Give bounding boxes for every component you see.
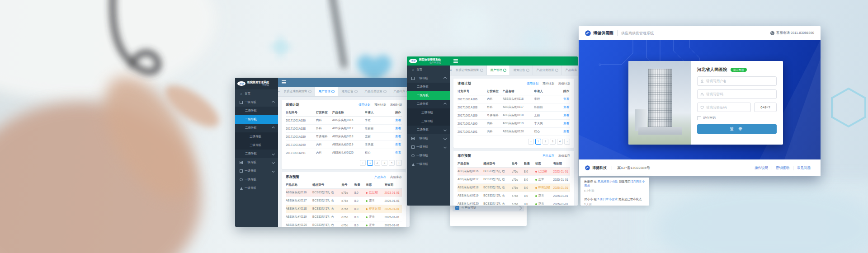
sidebar-item-nav1[interactable]: 一级导航 — [235, 98, 278, 107]
sidebar-item-nav1[interactable]: 一级导航 — [407, 160, 450, 169]
link-highvalue-stock[interactable]: 高值库存 — [390, 175, 402, 179]
page-1[interactable]: 1 — [535, 139, 541, 145]
tab-product-outbound[interactable]: 产品出库 — [562, 66, 578, 75]
tab-notices[interactable]: 通知公告 — [510, 66, 533, 75]
sidebar-item-nav2[interactable]: 二级导航 — [235, 124, 278, 132]
view-link[interactable]: 查看 — [559, 105, 570, 109]
view-link[interactable]: 查看 — [559, 122, 570, 126]
sidebar-item-nav2-active[interactable]: 二级导航 — [235, 115, 278, 124]
activity-link[interactable]: 凤凰精英小分队 — [598, 180, 618, 183]
table-row: ABS床头柜0116BCS33型 5孔 右o76o8.0已过期2023-01-0… — [458, 168, 570, 176]
sidebar-item-home[interactable]: ⌂首页 — [235, 89, 278, 98]
expand-icon[interactable] — [518, 206, 522, 210]
view-link[interactable]: 查看 — [390, 118, 402, 122]
status-dot — [535, 203, 537, 205]
remember-checkbox[interactable] — [697, 116, 701, 120]
link-product-stock[interactable]: 产品库存 — [374, 175, 386, 179]
link-highvalue-plan[interactable]: 高值计划 — [558, 82, 570, 86]
sidebar-item-nav3[interactable]: 三级导航 — [235, 132, 278, 141]
view-link[interactable]: 查看 — [390, 143, 402, 147]
page-2[interactable]: 2 — [374, 160, 380, 166]
username-input[interactable]: 请填写用户名 — [697, 76, 777, 86]
app-edition: 临床科室端 — [419, 61, 441, 64]
tab-close-icon[interactable] — [331, 90, 335, 93]
tab-user-management[interactable]: 用户管理 — [315, 87, 338, 96]
link-key-driver[interactable]: 密钥驱动 — [772, 166, 793, 170]
activity-link[interactable]: 5 月日常小需求 — [598, 197, 618, 201]
sidebar-item-nav1[interactable]: 一级导航 — [235, 175, 278, 184]
sidebar-item-nav1[interactable]: 一级导航 — [407, 143, 450, 151]
sidebar-item-nav2[interactable]: 二级导航 — [407, 100, 450, 108]
page-1[interactable]: 1 — [367, 160, 373, 166]
menu-toggle-icon[interactable] — [453, 59, 458, 63]
table-row: 20171001A191内科ABS床头柜0120程心查看 — [458, 128, 570, 136]
password-input[interactable]: 请填写密码 — [697, 89, 777, 99]
view-link[interactable]: 查看 — [390, 151, 402, 155]
status-dot — [535, 195, 537, 197]
link-requisition-plan[interactable]: 领用计划 — [527, 82, 538, 86]
view-link[interactable]: 查看 — [559, 113, 570, 117]
system-subtitle: 供应商供货管理系统 — [621, 31, 654, 36]
link-requisition-plan[interactable]: 领用计划 — [359, 103, 370, 107]
link-product-stock[interactable]: 产品库存 — [542, 154, 554, 158]
page-4[interactable]: 4 — [557, 139, 563, 145]
sidebar-item-nav1[interactable]: 一级导航 — [407, 151, 450, 160]
link-highvalue-stock[interactable]: 高值库存 — [558, 154, 570, 158]
page-prev[interactable]: ‹ — [360, 160, 366, 166]
view-link[interactable]: 查看 — [390, 135, 402, 139]
table-row: ABS床头柜0117BCS33型 5孔 右o76o8.0正常2025-01-01 — [458, 176, 570, 184]
sidebar-item-nav1[interactable]: 一级导航 — [407, 74, 450, 83]
sidebar-item-home[interactable]: ⌂首页 — [407, 66, 450, 74]
tab-notices[interactable]: 通知公告 — [338, 87, 361, 96]
tab-close-icon[interactable] — [354, 90, 358, 93]
page-2[interactable]: 2 — [542, 139, 548, 145]
link-faq[interactable]: 常见问题 — [793, 166, 814, 170]
sidebar-item-nav2[interactable]: 二级导航 — [407, 83, 450, 91]
tab-cert-warning[interactable]: 资质证件效期预警 — [280, 87, 315, 96]
sidebar-item-nav2[interactable]: 二级导航 — [407, 126, 450, 134]
menu-toggle-icon[interactable] — [282, 80, 286, 84]
tab-close-icon[interactable] — [555, 69, 558, 72]
tab-close-icon[interactable] — [480, 69, 483, 72]
requisition-plan-card: 请领计划 领用计划 预约计划 高值计划 计划单号 订货科室 产品名 — [453, 79, 574, 148]
supplier-login-window: 博健供需圈 供应商供货管理系统 客服电话 0311-83056390 — [579, 26, 821, 176]
tab-close-icon[interactable] — [503, 69, 506, 72]
view-link[interactable]: 查看 — [559, 97, 570, 101]
tab-close-icon[interactable] — [308, 90, 311, 93]
sidebar-item-nav3[interactable]: 三级导航 — [407, 117, 450, 126]
view-link[interactable]: 查看 — [559, 130, 570, 134]
captcha-input[interactable]: 请填写验证码 — [697, 103, 751, 112]
page-3[interactable]: 3 — [550, 139, 556, 145]
page-4[interactable]: 4 — [389, 160, 395, 166]
captcha-question[interactable]: 6+8=? — [754, 103, 777, 112]
link-reservation-plan[interactable]: 预约计划 — [374, 103, 386, 107]
page-next[interactable]: › — [564, 139, 570, 145]
tab-product-category[interactable]: 产品分类设置 — [533, 66, 562, 75]
table-row: 20171001A191内科ABS床头柜0120程心查看 — [286, 149, 402, 157]
link-operation-guide[interactable]: 操作说明 — [751, 166, 772, 170]
tab-product-category[interactable]: 产品分类设置 — [361, 87, 390, 96]
sidebar-item-nav3[interactable]: 三级导航 — [235, 141, 278, 150]
link-highvalue-plan[interactable]: 高值计划 — [390, 103, 402, 107]
sidebar-item-nav1[interactable]: 一级导航 — [235, 158, 278, 167]
login-button[interactable]: 登 录 — [697, 124, 777, 134]
sidebar-item-nav2[interactable]: 二级导航 — [235, 150, 278, 158]
tab-close-icon[interactable] — [383, 90, 387, 93]
sidebar-item-nav3[interactable]: 三级导航 — [407, 108, 450, 117]
tab-close-icon[interactable] — [526, 69, 529, 72]
page-prev[interactable]: ‹ — [528, 139, 534, 145]
sidebar-item-nav2-active[interactable]: 二级导航 — [407, 91, 450, 100]
sidebar-item-nav1[interactable]: 一级导航 — [235, 167, 278, 175]
chevron-up-icon — [272, 101, 275, 104]
sidebar-item-nav1[interactable]: 一级导航 — [407, 134, 450, 143]
view-link[interactable]: 查看 — [390, 126, 402, 131]
sidebar-item-nav2[interactable]: 二级导航 — [235, 107, 278, 115]
sidebar-item-nav1[interactable]: 一级导航 — [235, 184, 278, 192]
menu-label: 二级导航 — [245, 109, 257, 113]
link-reservation-plan[interactable]: 预约计划 — [542, 82, 554, 86]
table-row: ABS床头柜0116BCS33型 5孔 右o76o8.0已过期2023-01-0… — [286, 189, 402, 197]
page-next[interactable]: › — [396, 160, 402, 166]
page-3[interactable]: 3 — [382, 160, 387, 166]
tab-cert-warning[interactable]: 资质证件效期预警 — [452, 66, 487, 75]
tab-user-management[interactable]: 用户管理 — [487, 66, 510, 75]
